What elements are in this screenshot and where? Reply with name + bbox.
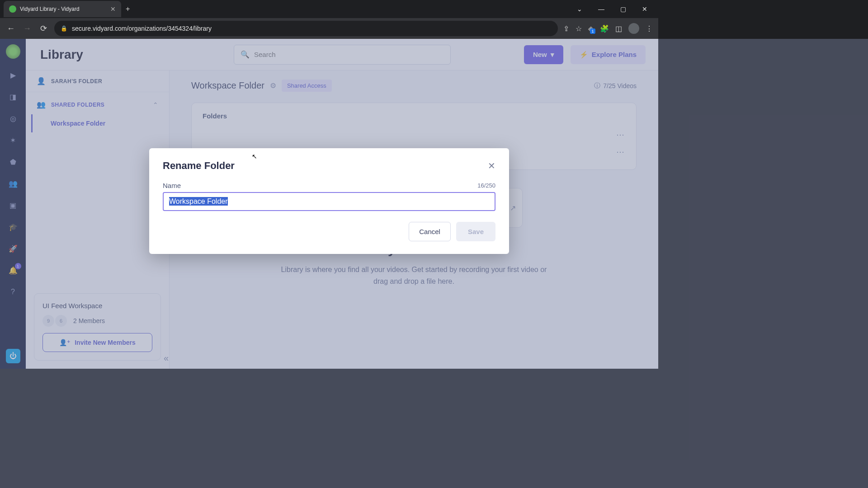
- close-icon[interactable]: ✕: [110, 5, 116, 13]
- name-input[interactable]: Workspace Folder: [163, 192, 495, 211]
- reload-button[interactable]: ⟳: [38, 23, 49, 34]
- rename-folder-modal: Rename Folder ✕ Name 16/250 Workspace Fo…: [149, 148, 509, 254]
- side-panel-icon[interactable]: ◫: [615, 24, 622, 33]
- save-button: Save: [456, 222, 495, 241]
- tab-favicon: [9, 5, 16, 13]
- window-close-button[interactable]: ✕: [635, 2, 655, 16]
- name-input-value: Workspace Folder: [169, 197, 228, 206]
- share-icon[interactable]: ⇪: [563, 24, 569, 33]
- window-maximize-button[interactable]: ▢: [613, 2, 633, 16]
- tab-title: Vidyard Library - Vidyard: [20, 6, 107, 12]
- lock-icon: 🔒: [61, 25, 67, 32]
- name-label: Name: [163, 182, 181, 189]
- tab-search-icon[interactable]: ⌄: [570, 2, 590, 16]
- menu-icon[interactable]: ⋮: [646, 24, 653, 33]
- browser-tab[interactable]: Vidyard Library - Vidyard ✕: [4, 1, 121, 17]
- browser-toolbar: ← → ⟳ 🔒 secure.vidyard.com/organizations…: [0, 18, 658, 39]
- cancel-button[interactable]: Cancel: [409, 222, 451, 241]
- profile-avatar[interactable]: [628, 23, 639, 34]
- address-bar[interactable]: 🔒 secure.vidyard.com/organizations/34543…: [54, 21, 558, 36]
- bookmark-icon[interactable]: ☆: [576, 24, 582, 33]
- extension-vidyard-icon[interactable]: ◈: [588, 24, 594, 33]
- url-text: secure.vidyard.com/organizations/3454324…: [72, 25, 212, 32]
- extensions-icon[interactable]: 🧩: [600, 24, 609, 33]
- close-icon[interactable]: ✕: [488, 160, 495, 171]
- forward-button: →: [22, 23, 33, 34]
- browser-tabs-bar: Vidyard Library - Vidyard ✕ + ⌄ — ▢ ✕: [0, 0, 658, 18]
- back-button[interactable]: ←: [5, 23, 16, 34]
- char-count: 16/250: [477, 182, 495, 189]
- new-tab-button[interactable]: +: [126, 5, 130, 13]
- modal-title: Rename Folder: [163, 160, 235, 172]
- window-minimize-button[interactable]: —: [591, 2, 611, 16]
